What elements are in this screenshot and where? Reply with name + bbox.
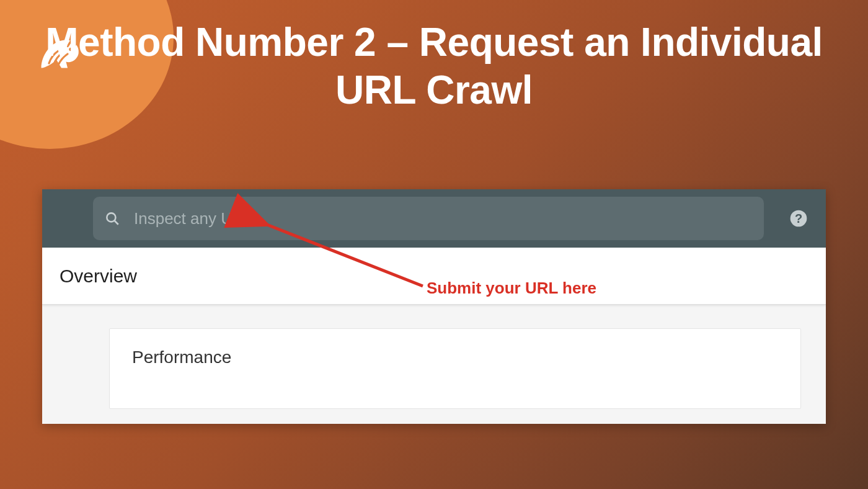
search-icon xyxy=(104,210,120,227)
help-icon[interactable]: ? xyxy=(789,209,808,228)
svg-point-1 xyxy=(107,213,115,222)
svg-line-2 xyxy=(115,221,118,225)
performance-card[interactable]: Performance xyxy=(109,328,801,409)
url-inspect-input[interactable] xyxy=(134,209,753,228)
performance-title: Performance xyxy=(132,348,231,367)
search-console-screenshot: ? Overview Performance Submit your URL h… xyxy=(42,189,826,424)
svg-text:?: ? xyxy=(795,212,802,225)
overview-title: Overview xyxy=(60,266,137,287)
annotation-label: Submit your URL here xyxy=(427,279,596,298)
slide-title: Method Number 2 – Request an Individual … xyxy=(0,19,868,114)
console-topbar: ? xyxy=(42,189,826,248)
url-inspect-field[interactable] xyxy=(93,197,764,240)
